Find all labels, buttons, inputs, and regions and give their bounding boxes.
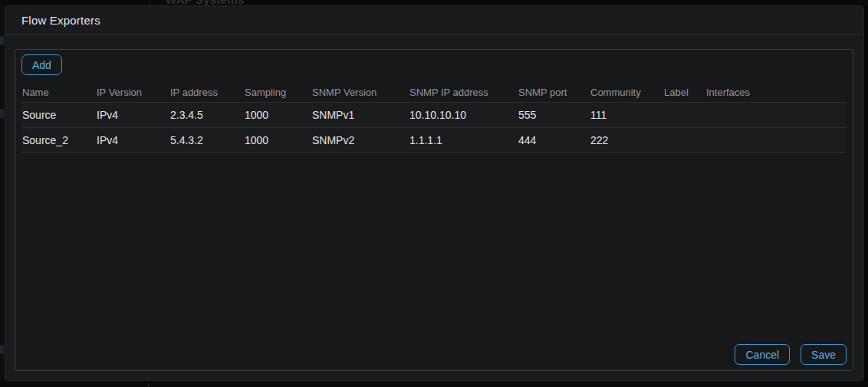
background-page-strip-top: WAF Systems <box>0 0 868 5</box>
table-cell: Source_2 <box>21 134 96 146</box>
screen: WAF Systems Flow Exporters Add NameIP Ve… <box>0 0 868 387</box>
table-cell: 1000 <box>244 109 311 121</box>
table-header-cell: SNMP Version <box>311 87 409 98</box>
table-cell: SNMPv1 <box>311 109 409 121</box>
table-header-cell: Community <box>590 87 663 98</box>
table-header-cell: Label <box>663 87 705 98</box>
dialog-header: Flow Exporters <box>5 6 863 35</box>
table-header-cell: SNMP IP address <box>409 87 518 98</box>
table-header-cell: SNMP port <box>518 87 590 98</box>
table-header-cell: Name <box>21 87 96 98</box>
table-body: SourceIPv42.3.4.51000SNMPv110.10.10.1055… <box>21 103 847 153</box>
table-header-cell: IP Version <box>96 87 169 98</box>
table-cell: 1.1.1.1 <box>409 134 518 146</box>
table-cell: Source <box>21 109 96 121</box>
table-header-cell: Sampling <box>244 87 311 98</box>
background-divider <box>148 383 149 387</box>
flow-exporters-dialog: Flow Exporters Add NameIP VersionIP addr… <box>5 5 864 381</box>
background-divider <box>150 0 150 5</box>
table-cell: 444 <box>518 134 590 146</box>
table-cell: 2.3.4.5 <box>169 109 244 121</box>
table-header-cell: IP address <box>169 87 244 98</box>
table-cell: SNMPv2 <box>311 134 409 146</box>
table-row[interactable]: Source_2IPv45.4.3.21000SNMPv21.1.1.14442… <box>21 128 847 153</box>
cancel-button[interactable]: Cancel <box>735 344 790 365</box>
table-cell: IPv4 <box>96 109 169 121</box>
table-cell: 1000 <box>244 134 311 146</box>
exporters-table: NameIP VersionIP addressSamplingSNMP Ver… <box>21 83 847 153</box>
table-cell: 555 <box>518 109 590 121</box>
table-cell: 10.10.10.10 <box>409 109 518 121</box>
exporters-panel: Add NameIP VersionIP addressSamplingSNMP… <box>15 49 853 371</box>
table-row[interactable]: SourceIPv42.3.4.51000SNMPv110.10.10.1055… <box>21 103 847 128</box>
background-sidebar-icon <box>0 109 4 118</box>
table-cell: 5.4.3.2 <box>169 134 244 146</box>
background-sidebar-icon <box>0 345 4 354</box>
table-header-row: NameIP VersionIP addressSamplingSNMP Ver… <box>21 83 847 103</box>
table-cell: 222 <box>590 134 663 146</box>
background-page-title: WAF Systems <box>166 0 245 5</box>
table-cell: IPv4 <box>96 134 169 146</box>
add-button[interactable]: Add <box>21 54 62 75</box>
table-header-cell: Interfaces <box>705 87 847 98</box>
background-sidebar-icon <box>0 36 4 45</box>
table-cell: 111 <box>590 109 663 121</box>
background-page-strip-bottom <box>0 381 868 387</box>
dialog-footer: Cancel Save <box>735 344 847 365</box>
save-button[interactable]: Save <box>801 344 847 365</box>
dialog-title: Flow Exporters <box>21 14 100 27</box>
